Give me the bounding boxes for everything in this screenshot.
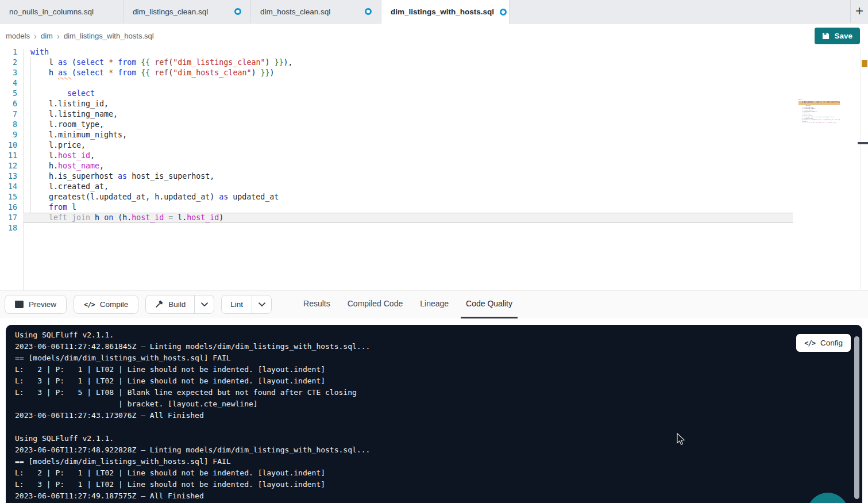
preview-button-label: Preview [29,300,56,309]
build-dropdown-button[interactable] [194,295,214,313]
terminal-line: L: 3 | P: 5 | LT08 | Blank line expected… [15,387,370,398]
line-number: 9 [0,130,17,140]
breadcrumb-dim[interactable]: dim [41,32,53,40]
save-button[interactable]: Save [815,28,860,44]
line-number: 2 [0,57,17,68]
terminal-line: | bracket. [layout.cte_newline] [15,398,370,410]
terminal-line: == [models/dim/dim_listings_with_hosts.s… [15,352,370,364]
code-line[interactable]: 15 greatest(l.updated_at, h.updated_at) … [0,192,793,202]
code-text: l.created_at, [17,182,109,192]
modified-dot-icon [500,9,507,16]
lint-dropdown-button[interactable] [252,295,271,313]
editor-tab[interactable]: dim_listings_clean.sql [124,0,251,23]
overview-ruler-divider [861,49,861,290]
minimap-line: h as (select * from {{ ref("dim_hosts_cl… [798,102,840,104]
code-line[interactable]: 4 [0,78,793,89]
line-number: 15 [0,192,17,202]
tab-compiled-code[interactable]: Compiled Code [342,291,408,318]
chevron-right-icon: › [34,32,37,40]
code-text [17,223,30,233]
code-line[interactable]: 11 l.host_id, [0,151,793,161]
tab-results[interactable]: Results [298,291,335,318]
terminal-line: 2023-06-06T11:27:43.173076Z — All Finish… [15,410,370,421]
code-line[interactable]: 7 l.listing_name, [0,109,793,120]
code-text: l.room_type, [17,120,104,130]
breadcrumb-filename: dim_listings_with_hosts.sql [64,32,154,40]
table-grid-icon [15,301,24,308]
file-header-bar: models › dim › dim_listings_with_hosts.s… [0,24,868,49]
tab-label: no_nulls_in_columns.sql [9,7,94,16]
code-line[interactable]: 6 l.listing_id, [0,99,793,109]
tab-label: dim_hosts_clean.sql [260,7,330,16]
breadcrumb-models[interactable]: models [6,32,30,40]
editor-tab[interactable]: no_nulls_in_columns.sql [0,0,124,23]
code-line[interactable]: 13 h.is_superhost as host_is_superhost, [0,171,793,182]
terminal-line: L: 2 | P: 1 | LT02 | Line should not be … [15,364,370,375]
code-text: l.host_id, [17,151,95,161]
modified-dot-icon [365,8,372,15]
terminal-line: Using SQLFluff v2.1.1. [15,433,370,444]
config-button-label: Config [820,339,843,347]
terminal-line: L: 3 | P: 1 | LT02 | Line should not be … [15,479,370,490]
tab-code-quality[interactable]: Code Quality [461,291,518,318]
action-toolbar: Preview </> Compile Build Lint ResultsCo… [0,290,868,318]
line-number: 14 [0,182,17,192]
minimap-line [798,124,840,126]
code-line[interactable]: 5 select [0,89,793,99]
terminal-line: 2023-06-06T11:27:49.187575Z — All Finish… [15,490,370,502]
code-line[interactable]: 9 l.minimum_nights, [0,130,793,140]
editor-tab[interactable]: dim_hosts_clean.sql [251,0,381,23]
overview-ruler-position-marker[interactable] [858,142,868,144]
code-text: l.price, [17,140,86,151]
terminal-line: 2023-06-06T11:27:42.861845Z — Linting mo… [15,341,370,352]
minimap-line: left join h on (h.host_id = l.host_id) [798,122,840,124]
code-editor[interactable]: 1with2 l as (select * from {{ ref("dim_l… [0,49,868,290]
code-line[interactable]: 8 l.room_type, [0,120,793,130]
code-line[interactable]: 12 h.host_name, [0,161,793,171]
code-text: h as (select * from {{ ref("dim_hosts_cl… [17,68,274,78]
line-number: 10 [0,140,17,151]
code-text: l.listing_name, [17,109,118,120]
code-line[interactable]: 16 from l [0,202,793,213]
mouse-cursor [677,433,685,446]
compile-button[interactable]: </> Compile [74,295,138,314]
lint-output-terminal[interactable]: Using SQLFluff v2.1.1.2023-06-06T11:27:4… [6,325,862,503]
code-line[interactable]: 3 h as (select * from {{ ref("dim_hosts_… [0,68,793,78]
line-number: 8 [0,120,17,130]
overview-ruler-warning-marker[interactable] [862,60,867,67]
code-line[interactable]: 14 l.created_at, [0,182,793,192]
code-text: h.is_superhost as host_is_superhost, [17,171,214,182]
code-line[interactable]: 10 l.price, [0,140,793,151]
code-line[interactable]: 17 left join h on (h.host_id = l.host_id… [0,213,793,223]
terminal-line: 2023-06-06T11:27:48.922828Z — Linting mo… [15,444,370,456]
code-line[interactable]: 18 [0,223,793,233]
chevron-down-icon [259,302,265,307]
code-text: select [17,89,95,99]
editor-tab-bar: no_nulls_in_columns.sqldim_listings_clea… [0,0,868,24]
config-button[interactable]: </> Config [796,334,851,352]
terminal-line: == [models/dim/dim_listings_with_hosts.s… [15,456,370,467]
lint-button-group: Lint [221,295,272,314]
code-line[interactable]: 1with [0,47,793,57]
lint-button[interactable]: Lint [222,295,252,313]
new-tab-button[interactable]: + [850,0,868,23]
minimap-lines: with l as (select * from {{ ref("dim_lis… [798,99,840,125]
terminal-scrollbar[interactable] [854,336,859,499]
build-button[interactable]: Build [146,295,194,313]
result-tabs: ResultsCompiled CodeLineageCode Quality [298,291,518,318]
editor-tab[interactable]: dim_listings_with_hosts.sql [381,0,510,24]
save-button-label: Save [834,32,852,40]
line-number: 12 [0,161,17,171]
tab-label: dim_listings_with_hosts.sql [391,7,494,16]
build-button-group: Build [145,295,214,314]
terminal-line: L: 2 | P: 1 | LT02 | Line should not be … [15,467,370,479]
plus-icon: + [855,4,863,18]
breadcrumb: models › dim › dim_listings_with_hosts.s… [6,32,154,40]
tab-lineage[interactable]: Lineage [415,291,454,318]
line-number: 17 [0,213,17,223]
lint-button-label: Lint [230,300,243,309]
preview-button[interactable]: Preview [5,295,67,314]
minimap[interactable]: with l as (select * from {{ ref("dim_lis… [798,99,840,128]
hammer-icon [155,300,163,309]
code-line[interactable]: 2 l as (select * from {{ ref("dim_listin… [0,57,793,68]
